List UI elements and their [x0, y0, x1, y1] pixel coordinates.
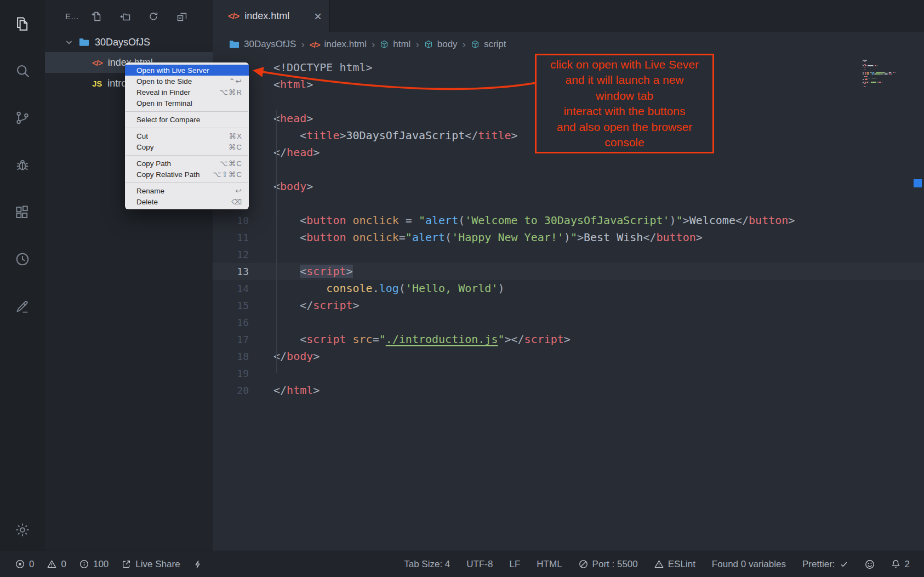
status-live-share[interactable]: Live Share: [122, 559, 180, 570]
new-folder-icon[interactable]: [119, 11, 130, 22]
menu-item-delete[interactable]: Delete⌫: [125, 196, 249, 207]
code-text: [262, 365, 273, 382]
code-line-16[interactable]: 16: [213, 314, 924, 331]
code-line-8[interactable]: 8<body>: [213, 178, 924, 195]
debug-icon[interactable]: [9, 152, 36, 178]
close-icon[interactable]: ×: [314, 10, 322, 23]
annotation-text-line: and it will launch a new: [566, 72, 684, 88]
warning-icon: [47, 559, 56, 569]
refresh-icon[interactable]: [148, 11, 159, 22]
status-html[interactable]: HTML: [537, 559, 562, 570]
cube-icon: [471, 40, 480, 49]
js-file-icon: JS: [92, 79, 102, 88]
code-text: <button onclick = "alert('Welcome to 30D…: [262, 212, 795, 229]
folder-row-30daysofjs[interactable]: 30DaysOfJS: [45, 32, 213, 52]
check-icon: [840, 560, 848, 569]
error-icon: [15, 559, 25, 569]
status-0[interactable]: 0: [15, 559, 34, 570]
status-lf[interactable]: LF: [509, 559, 520, 570]
info-icon: [79, 559, 89, 569]
new-file-icon[interactable]: [91, 11, 102, 22]
status-utf-8[interactable]: UTF-8: [466, 559, 493, 570]
breadcrumb-separator: ›: [458, 38, 471, 50]
menu-item-reveal-in-finder[interactable]: Reveal in Finder⌥⌘R: [125, 87, 249, 98]
code-line-11[interactable]: 11 <button onclick="alert('Happy New Yea…: [213, 229, 924, 246]
line-number: 10: [213, 212, 262, 229]
status-2[interactable]: 2: [891, 559, 910, 570]
html-file-icon: </>: [228, 12, 239, 21]
code-line-14[interactable]: 14 console.log('Hello, World'): [213, 280, 924, 297]
annotation-text-line: click on open with Live Sever: [550, 57, 699, 73]
breadcrumb-item-script[interactable]: script: [471, 39, 506, 50]
status-eslint[interactable]: ESLint: [654, 559, 695, 570]
annotation-text-line: window tab: [596, 88, 653, 104]
breadcrumb-item-30daysofjs[interactable]: 30DaysOfJS: [229, 39, 296, 50]
code-line-7[interactable]: 7: [213, 161, 924, 178]
code-text: </body>: [262, 348, 320, 365]
breadcrumb: 30DaysOfJS›</>index.html›html›body›scrip…: [213, 32, 924, 56]
tab-index-html[interactable]: </> index.html ×: [213, 0, 330, 32]
breadcrumb-item-body[interactable]: body: [424, 39, 458, 50]
line-number: 12: [213, 246, 262, 263]
code-text: <html>: [262, 76, 313, 93]
status-prettier[interactable]: Prettier:: [802, 559, 848, 570]
files-icon[interactable]: [9, 10, 36, 37]
code-line-19[interactable]: 19: [213, 365, 924, 382]
status-found-0-variables[interactable]: Found 0 variables: [712, 559, 786, 570]
code-line-12[interactable]: 12: [213, 246, 924, 263]
activity-bar: [0, 0, 45, 551]
html-file-icon: </>: [92, 58, 102, 67]
pen-icon[interactable]: [9, 293, 36, 319]
code-line-15[interactable]: 15 </script>: [213, 297, 924, 314]
code-text: [262, 93, 273, 110]
status-100[interactable]: 100: [79, 559, 109, 570]
collapse-all-icon[interactable]: [176, 11, 187, 22]
extensions-icon[interactable]: [9, 199, 36, 225]
breadcrumb-item-html[interactable]: html: [380, 39, 410, 50]
menu-separator: [126, 128, 248, 128]
search-icon[interactable]: [9, 58, 36, 84]
line-number: 16: [213, 314, 262, 331]
annotation-text-line: console: [604, 135, 644, 151]
menu-item-open-to-the-side[interactable]: Open to the Side⌃↩: [125, 76, 249, 87]
menu-item-open-in-terminal[interactable]: Open in Terminal: [125, 98, 249, 108]
code-line-20[interactable]: 20</html>: [213, 382, 924, 399]
annotation-text-line: interact with the buttons: [564, 104, 686, 119]
code-text: </head>: [262, 144, 320, 161]
warning-icon: [654, 559, 664, 569]
code-text: <script src="./introduction.js"></script…: [262, 331, 571, 348]
status-tab-size-4[interactable]: Tab Size: 4: [404, 559, 450, 570]
menu-separator: [126, 182, 248, 183]
code-line-10[interactable]: 10 <button onclick = "alert('Welcome to …: [213, 212, 924, 229]
breadcrumb-separator: ›: [296, 38, 309, 50]
gear-icon[interactable]: [9, 517, 36, 543]
status-flash[interactable]: [193, 560, 202, 569]
indent-guide: [276, 110, 277, 373]
minimap[interactable]: [863, 60, 911, 87]
menu-item-select-for-compare[interactable]: Select for Compare: [125, 114, 249, 125]
editor-actions: [909, 0, 924, 32]
sidebar-title: E…: [65, 12, 79, 21]
menu-item-copy[interactable]: Copy⌘C: [125, 141, 249, 152]
menu-item-open-with-live-server[interactable]: Open with Live Server: [125, 65, 249, 76]
menu-item-copy-path[interactable]: Copy Path⌥⌘C: [125, 158, 249, 169]
code-line-17[interactable]: 17 <script src="./introduction.js"></scr…: [213, 331, 924, 348]
scrollbar-marker[interactable]: [914, 179, 922, 187]
code-line-9[interactable]: 9: [213, 195, 924, 212]
code-line-18[interactable]: 18</body>: [213, 348, 924, 365]
code-line-13[interactable]: 13 <script>: [213, 263, 924, 280]
line-number: 20: [213, 382, 262, 399]
status-port-5500[interactable]: Port : 5500: [579, 559, 638, 570]
menu-item-cut[interactable]: Cut⌘X: [125, 130, 249, 141]
line-number: 19: [213, 365, 262, 382]
breadcrumb-item-index-html[interactable]: </>index.html: [310, 39, 367, 50]
cube-icon: [380, 40, 389, 49]
clock-icon[interactable]: [9, 246, 36, 272]
source-control-icon[interactable]: [9, 105, 36, 131]
status-0[interactable]: 0: [47, 559, 66, 570]
menu-item-rename[interactable]: Rename↩: [125, 185, 249, 196]
sidebar-header: E…: [45, 0, 213, 32]
menu-item-copy-relative-path[interactable]: Copy Relative Path⌥⇧⌘C: [125, 169, 249, 180]
flash-icon: [193, 560, 202, 569]
status-smiley[interactable]: [865, 559, 875, 569]
